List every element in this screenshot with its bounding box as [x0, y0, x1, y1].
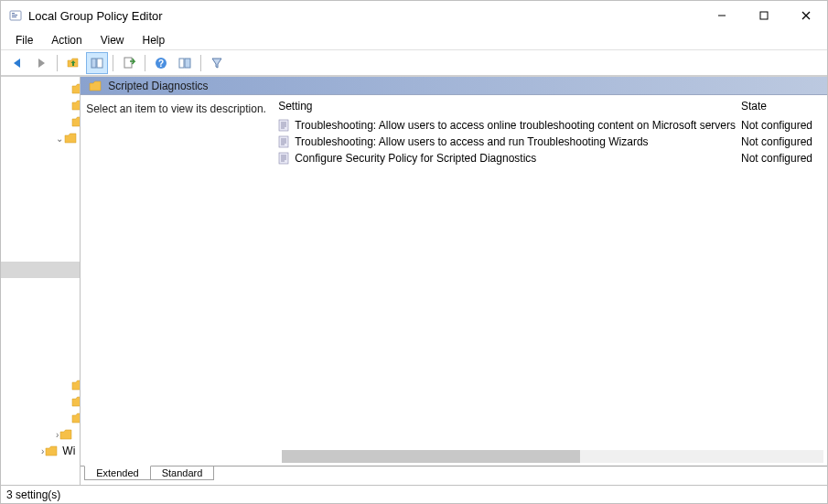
tree-item[interactable]: Trusted Platform Module Services [1, 377, 80, 393]
export-button[interactable] [118, 52, 140, 74]
forward-button[interactable] [30, 52, 52, 74]
folder-icon [70, 411, 80, 425]
titlebar: Local Group Policy Editor [1, 1, 827, 30]
tree-pane[interactable]: Storage HealthStorage SenseSystem Restor… [1, 77, 81, 485]
tabstrip: Extended Standard [81, 466, 827, 485]
tree-item[interactable]: Storage Sense [1, 97, 80, 113]
folder-icon [44, 444, 59, 458]
status-text: 3 setting(s) [6, 488, 60, 501]
tree-item[interactable]: ›Windows Time Service [1, 426, 80, 443]
tree-item[interactable]: Windows System Responsiveness Performanc… [1, 360, 81, 377]
policy-tree: Storage HealthStorage SenseSystem Restor… [1, 80, 80, 459]
setting-label: Troubleshooting: Allow users to access a… [295, 135, 736, 148]
svg-rect-10 [124, 58, 132, 68]
tree-item[interactable]: Application Compatibility Diagnostics [1, 146, 81, 163]
scrollbar-thumb[interactable] [282, 450, 579, 463]
folder-icon [70, 378, 80, 392]
folder-icon [70, 394, 80, 409]
folder-icon [63, 131, 78, 145]
tree-item-label: Windows Components [62, 445, 76, 457]
column-header-state[interactable]: State [736, 100, 827, 113]
folder-icon [70, 98, 80, 113]
properties-button[interactable] [174, 52, 196, 74]
tree-item[interactable]: System Restore [1, 113, 80, 130]
window-title: Local Group Policy Editor [28, 9, 701, 23]
tree-item[interactable]: ›Windows Components [1, 443, 80, 459]
policy-icon [276, 134, 291, 149]
tree-item[interactable]: Corrupted File Recovery [1, 163, 81, 179]
back-button[interactable] [6, 52, 28, 74]
menu-help[interactable]: Help [134, 32, 175, 48]
window-controls [701, 1, 827, 30]
tree-item[interactable]: Fault Tolerant Heap [1, 196, 81, 212]
tree-item[interactable]: Windows Shutdown Performance Diagnostics [1, 327, 81, 344]
folder-icon [70, 114, 80, 129]
filter-button[interactable] [206, 52, 228, 74]
details-pane: Scripted Diagnostics Select an item to v… [81, 77, 827, 485]
toolbar-separator [200, 55, 201, 71]
tree-item[interactable]: Storage Health [1, 80, 80, 97]
description-column: Select an item to view its description. [81, 95, 273, 449]
setting-label: Troubleshooting: Allow users to access o… [295, 119, 736, 132]
menu-view[interactable]: View [91, 32, 134, 48]
tree-item[interactable]: MSI Corrupted File Recovery [1, 229, 81, 245]
toolbar: ? [1, 50, 827, 76]
setting-row[interactable]: Troubleshooting: Allow users to access o… [273, 117, 827, 134]
tree-item[interactable]: User Profiles [1, 393, 80, 410]
setting-state: Not configured [736, 135, 827, 148]
up-button[interactable] [62, 52, 84, 74]
svg-rect-15 [279, 120, 288, 131]
setting-row[interactable]: Configure Security Policy for Scripted D… [273, 150, 827, 166]
horizontal-scrollbar[interactable] [282, 449, 823, 464]
svg-text:?: ? [158, 59, 164, 69]
column-header-setting[interactable]: Setting [273, 100, 736, 113]
svg-rect-20 [279, 136, 288, 147]
expand-icon[interactable]: ⌄ [56, 134, 63, 144]
close-button[interactable] [785, 1, 827, 30]
app-icon [8, 8, 23, 23]
tree-item[interactable]: Windows Boot Performance Diagnostics [1, 278, 81, 295]
menu-file[interactable]: File [6, 32, 42, 48]
details-title: Scripted Diagnostics [108, 80, 208, 92]
policy-icon [276, 118, 291, 133]
folder-icon [88, 79, 102, 93]
tree-item[interactable]: Scheduled Maintenance [1, 245, 81, 262]
setting-label: Configure Security Policy for Scripted D… [295, 152, 736, 165]
maximize-button[interactable] [743, 1, 785, 30]
menu-action[interactable]: Action [42, 32, 91, 48]
main-area: Storage HealthStorage SenseSystem Restor… [1, 76, 827, 485]
details-body: Select an item to view its description. … [81, 95, 827, 449]
tree-item[interactable]: Microsoft Support Diagnostic Tool [1, 212, 81, 229]
statusbar: 3 setting(s) [1, 485, 827, 503]
tree-item[interactable]: Windows Resource Exhaustion Detection [1, 311, 81, 327]
description-prompt: Select an item to view its description. [86, 102, 266, 115]
app-window: Local Group Policy Editor File Action Vi… [0, 0, 828, 504]
setting-row[interactable]: Troubleshooting: Allow users to access a… [273, 134, 827, 150]
toolbar-separator [113, 55, 113, 71]
tree-item[interactable]: Scripted Diagnostics [1, 262, 81, 278]
menubar: File Action View Help [1, 30, 827, 50]
tree-item[interactable]: ⌄Troubleshooting and Diagnostics [1, 130, 80, 146]
svg-rect-13 [179, 59, 184, 68]
tree-item[interactable]: Windows Memory Leak Diagnosis [1, 295, 81, 311]
svg-rect-25 [279, 153, 288, 164]
svg-rect-14 [185, 59, 190, 68]
scrollbar-track[interactable] [282, 450, 823, 463]
help-button[interactable]: ? [150, 52, 172, 74]
tree-item[interactable]: Windows File Protection [1, 410, 80, 426]
settings-list: Troubleshooting: Allow users to access o… [273, 117, 827, 449]
tab-extended[interactable]: Extended [84, 466, 150, 480]
settings-column: Setting State Troubleshooting: Allow use… [273, 95, 827, 449]
toolbar-separator [57, 55, 58, 71]
minimize-button[interactable] [701, 1, 743, 30]
folder-icon [59, 427, 73, 442]
svg-rect-2 [12, 15, 17, 16]
settings-header: Setting State [273, 95, 827, 117]
tree-item[interactable]: Disk Diagnostic [1, 179, 81, 196]
toolbar-separator [145, 55, 145, 71]
svg-rect-5 [760, 12, 768, 19]
show-hide-tree-button[interactable] [86, 52, 108, 74]
tab-standard[interactable]: Standard [150, 466, 215, 480]
svg-rect-9 [97, 59, 102, 68]
tree-item[interactable]: Windows Standby/Resume Performance Diagn… [1, 344, 81, 360]
